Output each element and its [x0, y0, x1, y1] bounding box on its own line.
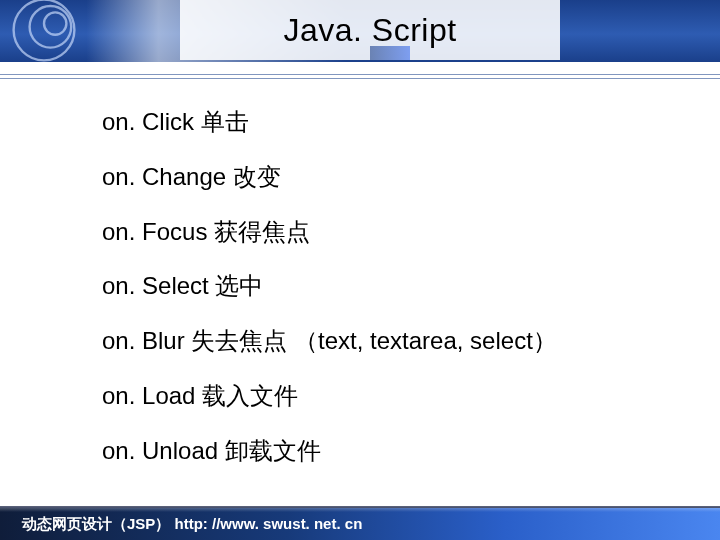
list-item: on. Blur 失去焦点 （text, textarea, select）	[102, 327, 662, 356]
footer-text: 动态网页设计（JSP） http: //www. swust. net. cn	[22, 515, 362, 534]
swirl-decoration	[4, 0, 84, 62]
list-item: on. Click 单击	[102, 108, 662, 137]
list-item: on. Change 改变	[102, 163, 662, 192]
footer: 动态网页设计（JSP） http: //www. swust. net. cn	[0, 506, 720, 540]
svg-point-2	[44, 12, 66, 34]
divider	[0, 78, 720, 79]
list-item: on. Unload 卸载文件	[102, 437, 662, 466]
footer-gloss	[0, 506, 720, 512]
content-body: on. Click 单击 on. Change 改变 on. Focus 获得焦…	[102, 108, 662, 492]
list-item: on. Load 载入文件	[102, 382, 662, 411]
divider	[0, 74, 720, 75]
page-title: Java. Script	[180, 12, 560, 49]
list-item: on. Select 选中	[102, 272, 662, 301]
banner: Java. Script	[0, 0, 720, 62]
list-item: on. Focus 获得焦点	[102, 218, 662, 247]
slide: Java. Script on. Click 单击 on. Change 改变 …	[0, 0, 720, 540]
banner-accent	[370, 46, 410, 60]
